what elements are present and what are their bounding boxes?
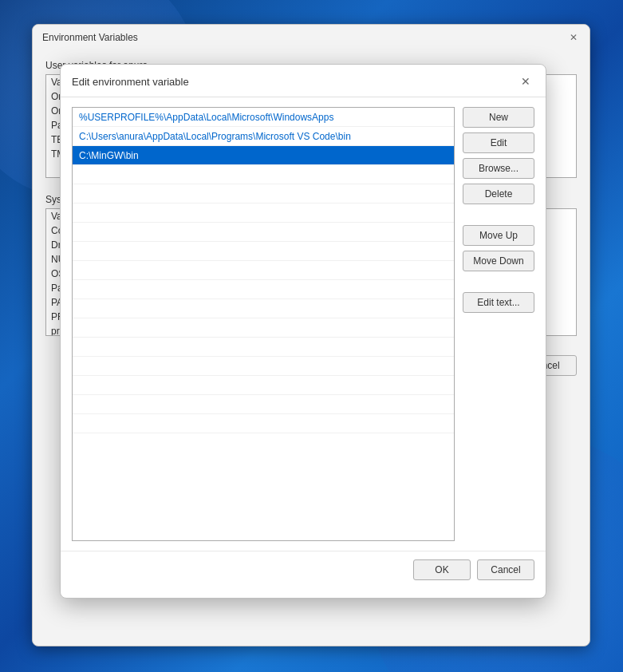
path-item[interactable] <box>73 395 454 414</box>
env-window-title: Environment Variables <box>42 32 138 43</box>
path-item[interactable] <box>73 261 454 280</box>
delete-button[interactable]: Delete <box>463 184 534 204</box>
new-button[interactable]: New <box>463 107 534 128</box>
edit-footer: OK Cancel <box>61 551 546 588</box>
path-item[interactable] <box>73 204 454 223</box>
edit-close-button[interactable]: ✕ <box>517 73 534 90</box>
edit-dialog-title: Edit environment variable <box>72 76 189 88</box>
path-item[interactable] <box>73 318 454 338</box>
path-item[interactable] <box>73 223 454 242</box>
path-item[interactable] <box>73 184 454 204</box>
browse-button[interactable]: Browse... <box>463 158 534 179</box>
env-close-button[interactable]: ✕ <box>567 31 580 44</box>
edit-titlebar: Edit environment variable ✕ <box>61 65 546 97</box>
button-spacer <box>463 276 534 287</box>
edit-button[interactable]: Edit <box>463 132 534 153</box>
dialog-cancel-button[interactable]: Cancel <box>477 559 534 580</box>
path-list[interactable]: %USERPROFILE%\AppData\Local\Microsoft\Wi… <box>73 108 454 540</box>
move-down-button[interactable]: Move Down <box>463 251 534 271</box>
edit-env-dialog: Edit environment variable ✕ %USERPROFILE… <box>60 64 546 599</box>
move-up-button[interactable]: Move Up <box>463 225 534 246</box>
path-item[interactable] <box>73 299 454 318</box>
path-item[interactable] <box>73 357 454 376</box>
path-item-selected[interactable]: C:\MinGW\bin <box>73 146 454 165</box>
path-item[interactable] <box>73 376 454 395</box>
edit-body: %USERPROFILE%\AppData\Local\Microsoft\Wi… <box>61 97 546 551</box>
path-item[interactable]: C:\Users\anura\AppData\Local\Programs\Mi… <box>73 127 454 146</box>
path-item[interactable] <box>73 414 454 433</box>
edit-text-button[interactable]: Edit text... <box>463 292 534 313</box>
side-buttons: New Edit Browse... Delete Move Up Move D… <box>463 107 534 541</box>
button-spacer <box>463 209 534 220</box>
path-item[interactable] <box>73 165 454 184</box>
env-titlebar: Environment Variables ✕ <box>33 25 589 50</box>
path-item[interactable] <box>73 280 454 299</box>
path-list-wrapper: %USERPROFILE%\AppData\Local\Microsoft\Wi… <box>72 107 455 541</box>
path-item[interactable]: %USERPROFILE%\AppData\Local\Microsoft\Wi… <box>73 108 454 127</box>
dialog-ok-button[interactable]: OK <box>413 559 471 580</box>
path-item[interactable] <box>73 338 454 357</box>
path-item[interactable] <box>73 242 454 261</box>
